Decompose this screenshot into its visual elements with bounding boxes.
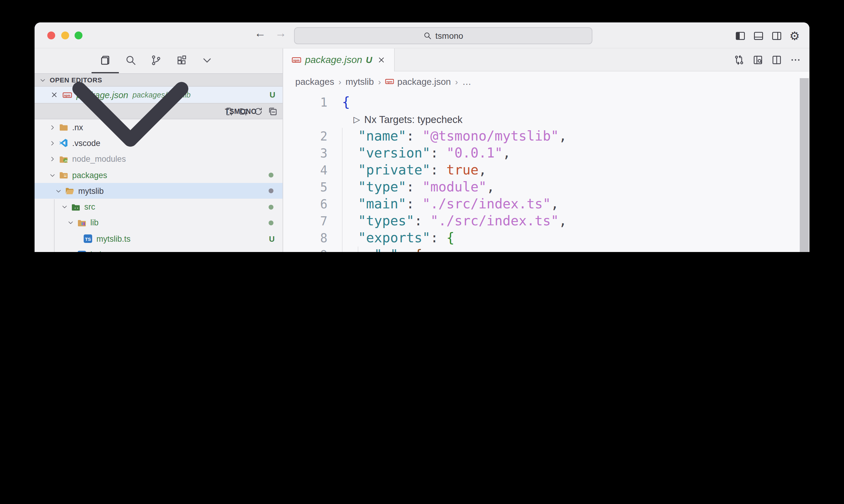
search-text: tsmono bbox=[435, 31, 463, 41]
line-content: "type": "module", bbox=[342, 179, 495, 196]
more-actions-icon[interactable] bbox=[790, 55, 801, 66]
tree-item-label: index.ts bbox=[90, 250, 119, 252]
editor-group: npm package.json U packages›mytslib›npmp… bbox=[283, 49, 809, 252]
breadcrumb-label: package.json bbox=[397, 76, 451, 87]
line-number: 2 bbox=[283, 128, 327, 145]
line-number: 1 bbox=[283, 94, 327, 111]
explorer-section-header[interactable]: TSMONO bbox=[35, 103, 282, 119]
navigate-back-button[interactable]: ← bbox=[253, 26, 268, 40]
breadcrumb: packages›mytslib›npmpackage.json›… bbox=[283, 71, 809, 91]
tree-item-packages[interactable]: packages bbox=[35, 167, 282, 183]
command-center-search[interactable]: tsmono bbox=[294, 27, 592, 44]
code-line-6: 6 "main": "./src/index.ts", bbox=[283, 196, 809, 213]
code-line-9: 9 ".": { bbox=[283, 247, 809, 252]
vscode-window: ← → tsmono ⚙ OPEN EDITORS npm bbox=[35, 22, 809, 252]
code-line-8: 8 "exports": { bbox=[283, 230, 809, 247]
layout-panel-icon[interactable] bbox=[753, 30, 764, 41]
line-content: ".": { bbox=[342, 247, 422, 252]
code-line-7: 7 "types": "./src/index.ts", bbox=[283, 213, 809, 230]
tab-dirty-badge: U bbox=[366, 55, 372, 65]
svg-text:JS: JS bbox=[64, 159, 68, 162]
breadcrumb-item[interactable]: … bbox=[462, 76, 471, 87]
new-folder-icon[interactable] bbox=[239, 106, 248, 116]
breadcrumb-label: mytslib bbox=[346, 76, 374, 87]
folder-icon bbox=[59, 122, 69, 132]
sidebar: OPEN EDITORS npm package.json packages/m… bbox=[35, 49, 283, 252]
chevron-down-icon bbox=[49, 172, 56, 178]
tree-item-mytslib.ts[interactable]: TSmytslib.tsU bbox=[35, 231, 282, 247]
tree-item-label: mytslib.ts bbox=[97, 234, 131, 243]
line-content: "name": "@tsmono/mytslib", bbox=[342, 128, 567, 145]
collapse-all-icon[interactable] bbox=[268, 106, 278, 116]
folder-js-icon: JS bbox=[59, 154, 69, 164]
tree-item-.vscode[interactable]: .vscode bbox=[35, 136, 282, 151]
chevron-down-icon bbox=[67, 220, 74, 226]
breadcrumb-item[interactable]: mytslib bbox=[346, 76, 374, 87]
tab-bar: npm package.json U bbox=[283, 49, 809, 71]
settings-gear-icon[interactable]: ⚙ bbox=[789, 30, 800, 41]
line-content: "version": "0.0.1", bbox=[342, 145, 511, 162]
folder-open-icon bbox=[65, 186, 74, 196]
line-number: 8 bbox=[283, 230, 327, 247]
git-status-badge: U bbox=[269, 250, 275, 252]
ts-icon: TS bbox=[83, 234, 93, 244]
magnifier-icon bbox=[423, 32, 432, 40]
split-editor-icon[interactable] bbox=[771, 55, 782, 66]
breadcrumb-separator-icon: › bbox=[455, 77, 458, 86]
codelens-nx-targets[interactable]: ▷Nx Targets: typecheck bbox=[283, 111, 809, 128]
tree-item-.nx[interactable]: .nx bbox=[35, 119, 282, 136]
line-number: 5 bbox=[283, 179, 327, 196]
breadcrumb-item[interactable]: packages bbox=[295, 76, 334, 87]
new-file-icon[interactable] bbox=[224, 106, 234, 116]
tree-item-label: .vscode bbox=[72, 139, 100, 148]
tree-item-src[interactable]: ‹›src bbox=[35, 199, 282, 215]
codelens-label: Nx Targets: typecheck bbox=[364, 113, 463, 125]
compare-changes-icon[interactable] bbox=[734, 55, 744, 66]
svg-text:‹›: ‹› bbox=[74, 205, 79, 210]
tree-item-label: .nx bbox=[72, 123, 83, 132]
npm-icon: npm bbox=[292, 55, 302, 65]
git-status-badge: U bbox=[270, 90, 275, 100]
line-content: "types": "./src/index.ts", bbox=[342, 213, 567, 230]
scrollbar-thumb[interactable] bbox=[800, 78, 809, 252]
change-indicator-dot bbox=[269, 204, 273, 209]
chevron-down-icon bbox=[55, 188, 62, 195]
code-line-2: 2 "name": "@tsmono/mytslib", bbox=[283, 128, 809, 145]
tab-package-json[interactable]: npm package.json U bbox=[283, 49, 395, 71]
layout-sidebar-left-icon[interactable] bbox=[735, 30, 746, 41]
tree-item-label: lib bbox=[90, 218, 99, 228]
folder-lib-icon bbox=[77, 218, 87, 228]
breadcrumb-item[interactable]: npmpackage.json bbox=[385, 76, 451, 87]
chevron-right-icon bbox=[49, 140, 56, 147]
line-content: "main": "./src/index.ts", bbox=[342, 196, 559, 213]
line-number: 7 bbox=[283, 213, 327, 230]
tree-item-mytslib[interactable]: mytslib bbox=[35, 183, 282, 199]
titlebar-layout-controls: ⚙ bbox=[735, 22, 800, 49]
tree-item-lib[interactable]: lib bbox=[35, 215, 282, 231]
navigate-forward-button[interactable]: → bbox=[273, 26, 288, 40]
tree-item-label: src bbox=[84, 202, 95, 211]
svg-text:npm: npm bbox=[293, 59, 299, 62]
folder-src-icon: ‹› bbox=[71, 202, 81, 212]
tree-item-node_modules[interactable]: JSnode_modules bbox=[35, 151, 282, 167]
svg-text:npm: npm bbox=[386, 80, 393, 83]
screen: ← → tsmono ⚙ OPEN EDITORS npm bbox=[0, 0, 844, 252]
change-indicator-dot bbox=[269, 220, 273, 226]
workbench: OPEN EDITORS npm package.json packages/m… bbox=[35, 49, 809, 252]
layout-sidebar-right-icon[interactable] bbox=[771, 30, 782, 41]
chevron-down-icon bbox=[61, 203, 68, 210]
line-content: "private": true, bbox=[342, 162, 486, 179]
refresh-icon[interactable] bbox=[254, 106, 263, 116]
folder-pkg-icon bbox=[59, 170, 69, 180]
tree-item-label: packages bbox=[72, 170, 107, 180]
code-line-4: 4 "private": true, bbox=[283, 162, 809, 179]
open-preview-icon[interactable] bbox=[753, 55, 763, 66]
tab-close-icon[interactable] bbox=[377, 56, 385, 64]
code-editor[interactable]: 1{▷Nx Targets: typecheck2 "name": "@tsmo… bbox=[283, 91, 809, 252]
chevron-right-icon bbox=[49, 156, 56, 162]
vscode-icon bbox=[59, 139, 69, 148]
breadcrumb-separator-icon: › bbox=[378, 77, 381, 86]
line-content: "exports": { bbox=[342, 230, 454, 247]
line-number: 6 bbox=[283, 196, 327, 213]
tree-item-index.ts[interactable]: TSindex.tsU bbox=[35, 247, 282, 252]
